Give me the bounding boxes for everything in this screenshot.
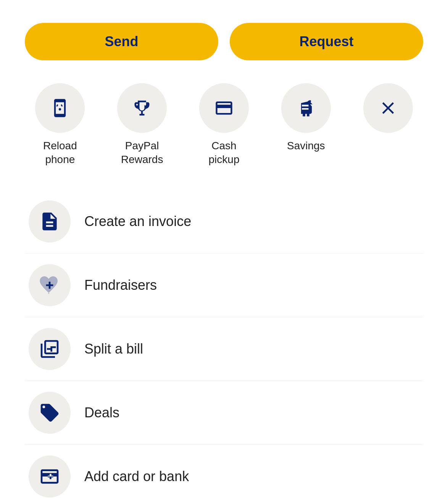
split-bill-label: Split a bill xyxy=(84,341,143,357)
list-item-create-invoice[interactable]: Create an invoice xyxy=(25,190,423,254)
fundraisers-label: Fundraisers xyxy=(84,277,157,293)
reload-phone-circle xyxy=(35,83,85,133)
cash-pickup-label: Cashpickup xyxy=(209,139,240,167)
close-circle xyxy=(363,83,413,133)
invoice-icon xyxy=(39,211,60,232)
paypal-rewards-circle xyxy=(117,83,167,133)
add-card-label: Add card or bank xyxy=(84,468,189,485)
savings-circle xyxy=(281,83,331,133)
quick-actions-row: Reloadphone PayPalRewards Cashpickup xyxy=(25,83,423,167)
close-icon xyxy=(378,98,398,118)
list-item-deals[interactable]: Deals xyxy=(25,381,423,445)
savings-icon xyxy=(296,98,316,118)
deals-icon xyxy=(39,402,60,423)
create-invoice-label: Create an invoice xyxy=(84,213,191,229)
list-item-add-card-bank[interactable]: Add card or bank xyxy=(25,445,423,504)
request-button[interactable]: Request xyxy=(230,23,423,60)
app-container: Send Request Reloadphone PayPalRewards xyxy=(0,0,448,504)
quick-action-paypal-rewards[interactable]: PayPalRewards xyxy=(107,83,177,167)
paypal-rewards-label: PayPalRewards xyxy=(121,139,163,167)
quick-action-cash-pickup[interactable]: Cashpickup xyxy=(189,83,259,167)
quick-action-savings[interactable]: Savings xyxy=(271,83,341,153)
send-button[interactable]: Send xyxy=(25,23,218,60)
top-buttons: Send Request xyxy=(25,23,423,60)
split-bill-icon xyxy=(39,338,60,360)
cash-pickup-circle xyxy=(199,83,249,133)
split-bill-circle xyxy=(29,328,71,370)
cash-pickup-icon xyxy=(214,98,234,118)
trophy-icon xyxy=(132,98,152,118)
deals-circle xyxy=(29,392,71,434)
list-item-split-bill[interactable]: Split a bill xyxy=(25,317,423,381)
add-card-icon xyxy=(39,466,60,487)
list-items: Create an invoice Fundraisers Split a bi… xyxy=(25,190,423,504)
quick-action-close[interactable] xyxy=(353,83,423,133)
savings-label: Savings xyxy=(287,139,325,153)
create-invoice-circle xyxy=(29,200,71,242)
fundraisers-circle xyxy=(29,264,71,306)
reload-phone-icon xyxy=(50,98,70,118)
fundraisers-icon xyxy=(39,275,60,296)
deals-label: Deals xyxy=(84,405,119,421)
quick-action-reload-phone[interactable]: Reloadphone xyxy=(25,83,95,167)
add-card-circle xyxy=(29,456,71,498)
list-item-fundraisers[interactable]: Fundraisers xyxy=(25,254,423,317)
reload-phone-label: Reloadphone xyxy=(43,139,77,167)
